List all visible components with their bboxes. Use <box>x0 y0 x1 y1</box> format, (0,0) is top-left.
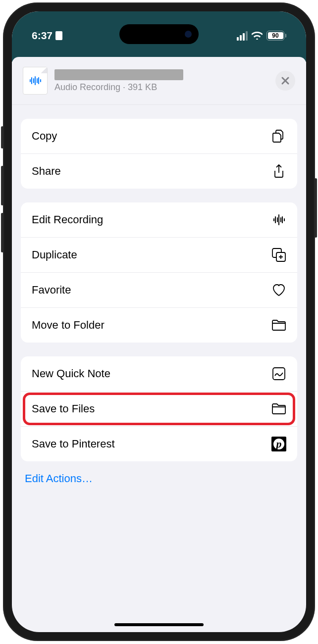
svg-rect-2 <box>273 368 285 380</box>
status-time: 6:37 <box>32 30 53 42</box>
row-label: Edit Recording <box>32 213 103 226</box>
row-share[interactable]: Share <box>21 153 297 189</box>
phone-frame: 6:37 90 <box>3 2 315 641</box>
row-label: Move to Folder <box>32 319 105 332</box>
action-group: Edit Recording Duplicate Favorite <box>21 202 297 343</box>
row-edit-recording[interactable]: Edit Recording <box>21 202 297 237</box>
status-left: 6:37 <box>32 30 62 42</box>
row-save-to-pinterest[interactable]: Save to Pinterest p <box>21 426 297 461</box>
quicknote-icon <box>271 366 286 381</box>
camera-dot <box>185 31 192 38</box>
folder-icon <box>271 318 286 333</box>
sim-icon <box>55 31 62 40</box>
folder-icon <box>271 401 286 416</box>
action-group: New Quick Note Save to Files Save to Pin… <box>21 356 297 461</box>
file-title-redacted <box>54 69 183 80</box>
mute-switch <box>1 126 3 149</box>
row-duplicate[interactable]: Duplicate <box>21 237 297 272</box>
battery-icon: 90 <box>266 31 286 41</box>
wifi-icon <box>252 32 263 40</box>
row-save-to-files[interactable]: Save to Files <box>21 391 297 426</box>
row-new-quick-note[interactable]: New Quick Note <box>21 356 297 391</box>
audio-file-icon <box>23 67 48 95</box>
status-right: 90 <box>237 31 286 41</box>
sheet-header: Audio Recording · 391 KB <box>12 57 306 105</box>
share-sheet: Audio Recording · 391 KB Copy Share <box>12 57 306 516</box>
row-label: Favorite <box>32 284 71 297</box>
row-label: New Quick Note <box>32 367 110 380</box>
copy-icon <box>271 129 286 144</box>
power-button <box>315 178 317 238</box>
volume-up-button <box>1 166 3 205</box>
row-label: Share <box>32 165 61 178</box>
row-label: Save to Files <box>32 402 95 415</box>
volume-down-button <box>1 213 3 252</box>
row-copy[interactable]: Copy <box>21 119 297 153</box>
screen: 6:37 90 <box>12 11 306 632</box>
header-text: Audio Recording · 391 KB <box>54 69 268 93</box>
action-group: Copy Share <box>21 119 297 189</box>
file-subtitle: Audio Recording · 391 KB <box>54 82 268 93</box>
duplicate-icon <box>271 248 286 262</box>
cellular-icon <box>237 31 248 41</box>
waveform-icon <box>271 212 286 227</box>
row-favorite[interactable]: Favorite <box>21 272 297 307</box>
share-icon <box>271 164 286 179</box>
row-move-to-folder[interactable]: Move to Folder <box>21 307 297 343</box>
row-label: Save to Pinterest <box>32 438 115 450</box>
home-indicator[interactable] <box>114 623 204 626</box>
row-label: Copy <box>32 130 57 143</box>
close-icon <box>281 76 290 85</box>
pinterest-icon: p <box>271 437 286 451</box>
row-label: Duplicate <box>32 248 77 261</box>
battery-level: 90 <box>272 32 278 39</box>
close-button[interactable] <box>275 71 295 91</box>
edit-actions-link[interactable]: Edit Actions… <box>12 461 306 496</box>
dynamic-island <box>119 24 199 44</box>
heart-icon <box>271 283 286 297</box>
